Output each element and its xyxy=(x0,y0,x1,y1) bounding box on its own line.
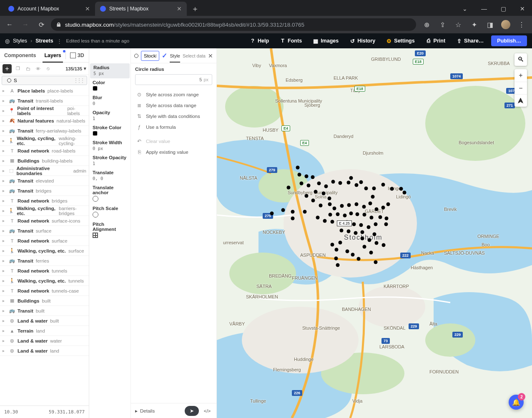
folder-icon[interactable]: 🗀︎ xyxy=(24,65,32,73)
browser-tab-streets[interactable]: Streets | Mapbox ✕ xyxy=(95,2,187,16)
tab-layers[interactable]: Layers xyxy=(40,48,65,62)
close-icon[interactable]: ✕ xyxy=(85,6,90,11)
property-radius[interactable]: Radius5 px xyxy=(90,63,130,78)
history-button[interactable]: ↺History xyxy=(346,36,379,45)
map-canvas[interactable]: StockholmVibyVaxmoraEdsbergELLA PARKSKRU… xyxy=(217,48,532,418)
layer-row[interactable]: ▸APlace labels place-labels xyxy=(0,86,89,96)
chevron-down-icon[interactable]: ⌄ xyxy=(455,2,474,16)
duplicate-icon[interactable]: ❐ xyxy=(14,65,22,73)
apply-existing-value[interactable]: ⎘Apply existing value xyxy=(135,147,212,158)
close-icon[interactable]: ✕ xyxy=(177,6,182,11)
tab-3d[interactable]: 3D xyxy=(66,48,88,62)
share-button[interactable]: ⇧Share… xyxy=(453,36,487,45)
back-button[interactable]: ← xyxy=(3,18,16,31)
new-tab-button[interactable]: ＋ xyxy=(189,3,201,15)
layer-row[interactable]: ▸🚌Transit ferry-aerialway-labels xyxy=(0,126,89,136)
layer-row[interactable]: ▸TRoad network road-labels xyxy=(0,146,89,156)
zoom-in-button[interactable]: + xyxy=(514,69,527,82)
add-layer-button[interactable]: + xyxy=(3,64,12,73)
layer-row[interactable]: ▸🚶Walking, cycling, etc. walking-cycling… xyxy=(0,136,89,146)
maximize-button[interactable]: ▢ xyxy=(494,2,513,16)
layer-row[interactable]: ▸🚌Transit transit-labels xyxy=(0,96,89,106)
layer-row[interactable]: ▸TRoad network surface xyxy=(0,236,89,246)
browser-menu-icon[interactable]: ⋮ xyxy=(514,18,529,31)
property-stroke-opacity[interactable]: Stroke Opacity1 xyxy=(89,153,130,168)
zoom-icon[interactable]: ⊕ xyxy=(419,18,434,31)
breadcrumb-style[interactable]: Streets xyxy=(35,38,53,44)
search-button[interactable]: 🔍︎ xyxy=(514,53,527,66)
property-stroke-color[interactable]: Stroke Color xyxy=(89,123,130,138)
property-blur[interactable]: Blur0 xyxy=(89,93,130,108)
style-with-conditions[interactable]: ⇅Style with data conditions xyxy=(135,111,212,122)
property-translate-anchor[interactable]: Translate anchor xyxy=(89,183,130,204)
layer-row[interactable]: ▸▦Buildings building-labels xyxy=(0,156,89,166)
layer-row[interactable]: ▸TRoad network tunnels-case xyxy=(0,286,89,296)
radius-input[interactable]: 5px xyxy=(135,74,212,85)
property-stroke-width[interactable]: Stroke Width0 px xyxy=(89,138,130,153)
layer-row[interactable]: ▸🚶Walking, cycling, etc. surface xyxy=(0,246,89,256)
layer-row[interactable]: ▸🚌Transit surface xyxy=(0,226,89,236)
style-across-zoom[interactable]: ⊙Style across zoom range xyxy=(135,89,212,100)
close-window-button[interactable]: ✕ xyxy=(513,2,532,16)
layer-row[interactable]: ▸🚌Transit ferries xyxy=(0,256,89,266)
fonts-button[interactable]: TFonts xyxy=(276,36,305,45)
use-formula[interactable]: ƒUse a formula xyxy=(135,122,212,133)
print-button[interactable]: ⎙Print xyxy=(422,36,449,45)
property-translate[interactable]: Translate0, 0 xyxy=(89,168,130,183)
hide-icon[interactable]: ⦸ xyxy=(44,65,52,73)
property-pitch-scale[interactable]: Pitch Scale xyxy=(89,204,130,220)
layer-row[interactable]: ▸🍂Natural features natural-labels xyxy=(0,116,89,126)
layer-row[interactable]: ▸🚌Transit built xyxy=(0,306,89,316)
layer-name-input[interactable] xyxy=(141,51,159,61)
layer-row[interactable]: ▸◍Land & water built xyxy=(0,316,89,326)
tab-components[interactable]: Components xyxy=(0,48,40,62)
layer-row[interactable]: ▸🚌Transit bridges xyxy=(0,186,89,196)
selected-layer-row[interactable]: S ⋮⋮⋮ xyxy=(2,76,87,85)
bookmark-icon[interactable]: ☆ xyxy=(451,18,465,31)
layer-row[interactable]: ▸🚶Walking, cycling, etc. tunnels xyxy=(0,276,89,286)
layer-row[interactable]: ▸◍Land & water water xyxy=(0,336,89,346)
settings-button[interactable]: ⚙Settings xyxy=(383,36,418,45)
layer-row[interactable]: ▸🚌Transit elevated xyxy=(0,176,89,186)
drag-handle-icon[interactable]: ⋮⋮⋮ xyxy=(73,78,87,83)
sidepanel-icon[interactable]: ◨ xyxy=(483,18,497,31)
layer-row[interactable]: ▸TRoad network surface-icons xyxy=(0,216,89,226)
layer-row[interactable]: ▸▲Terrain land xyxy=(0,326,89,336)
publish-button[interactable]: Publish… xyxy=(491,35,527,46)
extensions-icon[interactable]: ✦ xyxy=(467,18,481,31)
reload-button[interactable]: ⟳ xyxy=(35,18,48,31)
editor-tab-select-data[interactable]: Select data xyxy=(183,53,206,58)
share-icon[interactable]: ⇪ xyxy=(435,18,449,31)
profile-avatar[interactable] xyxy=(499,18,513,31)
property-color[interactable]: Color xyxy=(89,78,130,93)
editor-tab-style[interactable]: Style xyxy=(170,53,180,63)
style-across-data[interactable]: ≣Style across data range xyxy=(135,100,212,111)
compass-button[interactable]: ⮝ xyxy=(514,94,527,107)
minimize-button[interactable]: ― xyxy=(474,2,494,16)
browser-tab-account[interactable]: Account | Mapbox ✕ xyxy=(3,2,95,16)
help-button[interactable]: ?Help xyxy=(246,36,272,45)
zoom-out-button[interactable]: − xyxy=(514,82,527,94)
visibility-icon[interactable]: 👁︎ xyxy=(34,65,42,73)
address-bar[interactable]: 🔒︎ studio.mapbox.com/styles/matsenstein/… xyxy=(51,18,416,31)
layer-row[interactable]: ▸TRoad network tunnels xyxy=(0,266,89,276)
property-opacity[interactable]: Opacity1 xyxy=(89,108,130,123)
layer-row[interactable]: ▸⬚Administrative boundaries admin xyxy=(0,166,89,176)
layer-row[interactable]: ▸▦Buildings built xyxy=(0,296,89,306)
notifications-button[interactable]: 🔔2 xyxy=(509,395,524,410)
details-toggle[interactable]: ▸Details xyxy=(135,408,155,414)
images-button[interactable]: ▦Images xyxy=(309,36,342,45)
filter-icon[interactable]: ▾ xyxy=(84,66,86,71)
code-mode-button[interactable]: </> xyxy=(202,406,212,416)
check-icon[interactable]: ✓ xyxy=(162,52,167,60)
layer-row[interactable]: ▸🚶Walking, cycling, etc. barriers-bridge… xyxy=(0,206,89,216)
layer-row[interactable]: ▸TRoad network bridges xyxy=(0,196,89,206)
formula-icon: ƒ xyxy=(136,124,143,130)
cursor-mode-button[interactable]: ➤ xyxy=(185,406,199,416)
layer-row[interactable]: ▸◍Land & water land xyxy=(0,346,89,356)
close-icon[interactable]: ✕ xyxy=(208,53,213,59)
breadcrumb-root[interactable]: Styles xyxy=(13,38,27,44)
layer-row[interactable]: ▸📍Point of interest labels poi-labels xyxy=(0,106,89,116)
property-pitch-alignment[interactable]: Pitch Alignment xyxy=(89,220,130,240)
layer-type-icon: ⬚ xyxy=(9,168,14,174)
